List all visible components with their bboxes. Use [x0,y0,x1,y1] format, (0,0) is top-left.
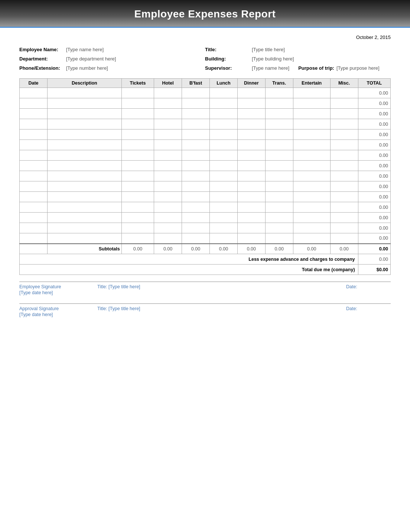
department-value: [Type department here] [66,56,116,62]
employee-sig-block: Employee Signature Title: [Type title he… [19,282,391,295]
cell-total: 0.00 [358,192,390,202]
cell-desc [47,213,121,223]
table-row: 0.00 [20,119,391,129]
employee-sig-date-label: Date: [346,284,391,289]
cell-total: 0.00 [358,109,390,119]
table-row: 0.00 [20,202,391,213]
cell-misc [330,161,358,171]
cell-hotel [154,202,182,213]
cell-misc [330,233,358,244]
subtotal-hotel: 0.00 [154,244,182,254]
cell-misc [330,223,358,233]
cell-dinner [237,150,265,161]
cell-hotel [154,161,182,171]
cell-bfast [182,181,210,192]
cell-lunch [209,119,237,129]
cell-misc [330,202,358,213]
cell-trans [265,223,293,233]
cell-tickets [121,192,154,202]
cell-bfast [182,223,210,233]
subtotal-lunch: 0.00 [209,244,237,254]
title-field: Title: [Type title here] [205,47,391,52]
cell-tickets [121,150,154,161]
col-lunch: Lunch [209,79,237,88]
cell-tickets [121,129,154,140]
table-row: 0.00 [20,171,391,181]
cell-bfast [182,161,210,171]
building-label: Building: [205,56,250,62]
subtotal-dinner: 0.00 [237,244,265,254]
cell-desc [47,192,121,202]
cell-trans [265,98,293,109]
info-row-3: Phone/Extension: [Type number here] Supe… [19,65,391,71]
table-row: 0.00 [20,129,391,140]
cell-total: 0.00 [358,129,390,140]
cell-entertain [293,88,330,98]
building-field: Building: [Type building here] [205,56,391,62]
cell-hotel [154,181,182,192]
subtotal-misc: 0.00 [330,244,358,254]
cell-hotel [154,88,182,98]
cell-bfast [182,109,210,119]
approval-sig-row: Approval Signature Title: [Type title he… [19,306,391,311]
supervisor-value: [Type name here] [252,65,289,71]
subtotal-row: Subtotals 0.00 0.00 0.00 0.00 0.00 0.00 … [20,244,391,254]
cell-tickets [121,223,154,233]
cell-lunch [209,98,237,109]
cell-lunch [209,233,237,244]
cell-hotel [154,140,182,150]
page-title: Employee Expenses Report [0,8,410,20]
expense-table: Date Description Tickets Hotel B'fast Lu… [19,78,391,275]
cell-trans [265,119,293,129]
cell-misc [330,140,358,150]
cell-trans [265,181,293,192]
purpose-label: Purpose of trip: [298,65,334,71]
cell-desc [47,150,121,161]
cell-misc [330,181,358,192]
employee-sig-label: Employee Signature [19,284,94,289]
cell-entertain [293,213,330,223]
cell-tickets [121,202,154,213]
employee-sig-title: Title: [Type title here] [97,284,342,289]
cell-lunch [209,223,237,233]
employee-name-field: Employee Name: [Type name here] [19,47,205,52]
col-trans: Trans. [265,79,293,88]
cell-desc [47,98,121,109]
cell-hotel [154,119,182,129]
phone-field: Phone/Extension: [Type number here] [19,65,205,71]
info-section: Employee Name: [Type name here] Title: [… [19,47,391,71]
cell-date [20,150,48,161]
table-row: 0.00 [20,213,391,223]
summary-value-0: 0.00 [358,254,390,265]
phone-label: Phone/Extension: [19,65,64,71]
table-row: 0.00 [20,192,391,202]
cell-misc [330,109,358,119]
cell-hotel [154,109,182,119]
subtotal-trans: 0.00 [265,244,293,254]
cell-date [20,140,48,150]
cell-entertain [293,223,330,233]
cell-trans [265,161,293,171]
cell-total: 0.00 [358,181,390,192]
cell-misc [330,129,358,140]
title-label: Title: [205,47,250,52]
cell-misc [330,213,358,223]
cell-entertain [293,150,330,161]
subtotal-total: 0.00 [358,244,390,254]
cell-lunch [209,192,237,202]
cell-misc [330,98,358,109]
cell-hotel [154,150,182,161]
purpose-value: [Type purpose here] [336,65,380,71]
content-area: October 2, 2015 Employee Name: [Type nam… [0,28,410,336]
cell-desc [47,140,121,150]
cell-misc [330,88,358,98]
col-bfast: B'fast [182,79,210,88]
col-tickets: Tickets [121,79,154,88]
cell-total: 0.00 [358,119,390,129]
cell-hotel [154,192,182,202]
subtotal-tickets: 0.00 [121,244,154,254]
cell-entertain [293,98,330,109]
supervisor-label: Supervisor: [205,65,250,71]
cell-lunch [209,161,237,171]
cell-bfast [182,150,210,161]
